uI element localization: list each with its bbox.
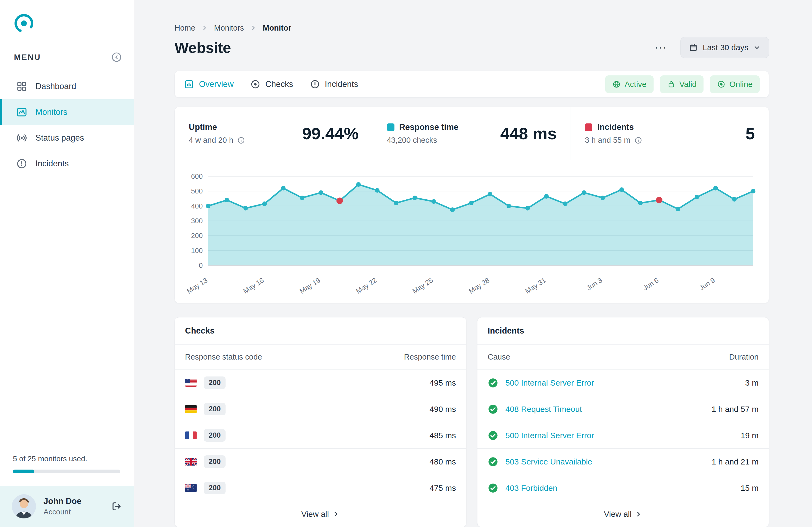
account-card[interactable]: John Doe Account: [0, 486, 134, 527]
main-content: Home Monitors Monitor Website ⋯ Last 30 …: [134, 0, 812, 527]
svg-text:May 25: May 25: [411, 276, 434, 296]
incident-cause-link[interactable]: 500 Internal Server Error: [505, 378, 594, 388]
status-code-badge: 200: [204, 429, 226, 442]
usage-progress-bar: [13, 470, 120, 473]
svg-text:Jun 9: Jun 9: [698, 276, 717, 292]
user-subtitle: Account: [44, 508, 81, 516]
collapse-sidebar-icon[interactable]: [111, 51, 122, 63]
status-badge-label: Active: [625, 80, 647, 89]
incident-row[interactable]: 408 Request Timeout 1 h and 57 m: [477, 396, 769, 422]
breadcrumb-monitors[interactable]: Monitors: [214, 24, 244, 32]
app-logo[interactable]: [12, 12, 35, 35]
status-code-badge: 200: [204, 482, 226, 494]
chevron-right-icon: [332, 510, 340, 518]
sidebar-item-label: Status pages: [35, 133, 84, 143]
chevron-right-icon: [201, 25, 208, 31]
check-row[interactable]: 200 475 ms: [175, 475, 466, 501]
menu-header: MENU: [0, 51, 134, 63]
status-badge-active[interactable]: Active: [605, 75, 654, 93]
flag-de-icon: [185, 405, 197, 413]
check-row[interactable]: 200 495 ms: [175, 370, 466, 396]
svg-text:Jun 6: Jun 6: [641, 276, 660, 292]
svg-text:600: 600: [191, 172, 203, 180]
incident-cause-link[interactable]: 500 Internal Server Error: [505, 431, 594, 440]
incidents-col-duration: Duration: [729, 352, 758, 361]
incident-duration: 1 h and 21 m: [712, 457, 758, 466]
checks-view-all[interactable]: View all: [175, 501, 466, 527]
tab-checks[interactable]: Checks: [250, 79, 293, 89]
chevron-right-icon: [250, 25, 257, 31]
incident-row[interactable]: 500 Internal Server Error 19 m: [477, 422, 769, 449]
stat-value: 99.44%: [302, 124, 359, 143]
status-badge-valid[interactable]: Valid: [660, 75, 704, 93]
chevron-down-icon: [753, 44, 761, 51]
dashboard-icon: [16, 81, 27, 92]
sidebar-item-label: Incidents: [35, 159, 69, 168]
breadcrumb: Home Monitors Monitor: [175, 22, 769, 33]
sidebar: MENU Dashboard Monitors Status pages: [0, 0, 134, 527]
sidebar-item-dashboard[interactable]: Dashboard: [0, 74, 134, 99]
response-time-value: 495 ms: [430, 378, 456, 388]
svg-text:100: 100: [191, 246, 203, 255]
check-circle-icon: [488, 456, 498, 467]
response-time-value: 485 ms: [430, 431, 456, 440]
svg-text:May 13: May 13: [185, 276, 209, 296]
svg-text:Jun 3: Jun 3: [585, 276, 604, 292]
svg-text:400: 400: [191, 202, 203, 210]
incidents-view-all[interactable]: View all: [477, 501, 769, 527]
date-range-button[interactable]: Last 30 days: [680, 37, 769, 58]
svg-text:May 28: May 28: [467, 276, 491, 296]
status-code-badge: 200: [204, 376, 226, 389]
tab-overview[interactable]: Overview: [184, 79, 234, 89]
svg-text:May 19: May 19: [298, 276, 322, 296]
sidebar-item-label: Monitors: [35, 107, 68, 117]
check-circle-icon: [488, 430, 498, 441]
info-icon[interactable]: [237, 136, 245, 144]
incidents-card-title: Incidents: [477, 317, 769, 345]
monitors-icon: [16, 107, 27, 118]
user-name: John Doe: [44, 496, 81, 506]
red-swatch: [585, 123, 592, 131]
tab-label: Checks: [265, 79, 293, 89]
checks-card-title: Checks: [175, 317, 466, 345]
check-row[interactable]: 200 480 ms: [175, 449, 466, 475]
tab-incidents[interactable]: Incidents: [310, 79, 358, 89]
alert-circle-icon: [310, 79, 320, 89]
check-row[interactable]: 200 490 ms: [175, 396, 466, 422]
incident-cause-link[interactable]: 403 Forbidden: [505, 483, 557, 493]
usage-progress-fill: [13, 470, 34, 473]
more-options-button[interactable]: ⋯: [649, 37, 673, 57]
check-row[interactable]: 200 485 ms: [175, 422, 466, 449]
logout-icon[interactable]: [111, 501, 122, 512]
breadcrumb-current: Monitor: [263, 24, 291, 32]
info-icon[interactable]: [634, 136, 642, 144]
svg-text:500: 500: [191, 187, 203, 195]
monitors-usage-text: 5 of 25 monitors used.: [13, 454, 121, 463]
overview-panel: Uptime 4 w and 20 h 99.44% Response time…: [175, 107, 769, 303]
date-range-label: Last 30 days: [703, 43, 748, 52]
breadcrumb-home[interactable]: Home: [175, 24, 195, 32]
sidebar-item-monitors[interactable]: Monitors: [0, 99, 134, 125]
chevron-right-icon: [635, 510, 642, 518]
svg-text:May 16: May 16: [242, 276, 265, 296]
status-badge-online[interactable]: Online: [710, 75, 760, 93]
incident-row[interactable]: 500 Internal Server Error 3 m: [477, 370, 769, 396]
incident-cause-link[interactable]: 503 Service Unavailable: [505, 457, 592, 466]
sidebar-item-incidents[interactable]: Incidents: [0, 151, 134, 177]
incident-cause-link[interactable]: 408 Request Timeout: [505, 405, 582, 414]
bar-chart-icon: [184, 79, 194, 89]
stat-label: Incidents: [585, 122, 642, 132]
target-icon: [250, 79, 260, 89]
svg-text:May 22: May 22: [354, 276, 378, 296]
check-circle-icon: [488, 404, 498, 415]
stat-incidents: Incidents 3 h and 55 m 5: [570, 107, 769, 160]
menu-label: MENU: [14, 52, 41, 62]
incident-row[interactable]: 503 Service Unavailable 1 h and 21 m: [477, 449, 769, 475]
incident-row[interactable]: 403 Forbidden 15 m: [477, 475, 769, 501]
response-time-value: 480 ms: [430, 457, 456, 466]
sidebar-item-status-pages[interactable]: Status pages: [0, 125, 134, 151]
check-circle-icon: [488, 378, 498, 388]
svg-text:0: 0: [199, 261, 203, 269]
incident-duration: 19 m: [741, 431, 758, 440]
incidents-icon: [16, 158, 27, 169]
